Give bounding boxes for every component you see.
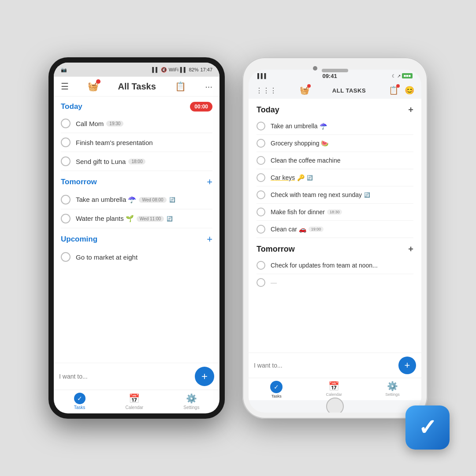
settings-icon: ⚙️ (186, 393, 197, 404)
ios-clipboard-icon[interactable]: 📋 (389, 86, 398, 95)
ios-tab-settings-label: Settings (385, 392, 400, 397)
android-section-tomorrow: Tomorrow + (54, 171, 219, 190)
repeat-icon: 🔄 (307, 175, 313, 181)
ios-tomorrow-label: Tomorrow (257, 245, 295, 254)
ios-app-header: ⋮⋮⋮ 🧺 ALL TASKS 📋 😊 (249, 82, 421, 99)
android-task-umbrella[interactable]: Take an umbrella ☂️ Wed 08:00 🔄 (54, 190, 219, 209)
task-time-tag: 18:00 (128, 159, 145, 164)
ios-content: Today + Take an umbrella ☂️ Grocery shop… (249, 99, 421, 353)
android-status-right: ▌▌ 🔇 WiFi ▌▌ 82% 17:47 (152, 67, 212, 73)
ios-status-right: ☾ ↗ ■■■ (392, 73, 413, 78)
ios-task-checkbox[interactable] (257, 190, 265, 199)
scene: 📷 ▌▌ 🔇 WiFi ▌▌ 82% 17:47 ☰ 🧺 All Tasks (0, 0, 476, 476)
android-task-plants[interactable]: Water the plants 🌱 Wed 11:00 🔄 (54, 209, 219, 228)
ios-basket-icon[interactable]: 🧺 (300, 86, 309, 95)
android-timer[interactable]: 00:00 (190, 102, 212, 112)
ios-task-label: Make fish for dinner 18:30 (271, 208, 413, 216)
ios-home-bar (249, 400, 421, 413)
task-checkbox[interactable] (61, 195, 71, 205)
ios-task-checkbox[interactable] (257, 122, 265, 130)
task-checkbox[interactable] (61, 252, 71, 262)
ios-tab-tasks[interactable]: ✓ Tasks (270, 381, 283, 398)
ios-tab-calendar[interactable]: 📅 Calendar (326, 381, 342, 398)
android-menu-icon[interactable]: ☰ (61, 81, 69, 92)
ios-add-button[interactable]: + (398, 357, 416, 374)
ios-task-label: Check for updates from team at noon... (271, 262, 413, 269)
ios-home-button[interactable] (326, 398, 344, 413)
task-label: Send gift to Luna 18:00 (76, 158, 212, 165)
ios-tab-bar: ✓ Tasks 📅 Calendar ⚙️ Settings (249, 378, 421, 400)
android-clipboard-icon[interactable]: 📋 (175, 81, 186, 92)
android-upcoming-label: Upcoming (61, 235, 97, 244)
android-task-gift[interactable]: Send gift to Luna 18:00 (54, 152, 219, 171)
android-upcoming-plus[interactable]: + (207, 234, 212, 245)
calendar-icon: 📅 (129, 393, 140, 404)
ios-task-checkbox[interactable] (257, 156, 265, 165)
android-task-call-mom[interactable]: Call Mom 19:30 (54, 114, 219, 133)
ios-calendar-icon: 📅 (328, 381, 339, 391)
android-more-icon[interactable]: ··· (205, 82, 212, 92)
task-label: Go to market at eight (76, 253, 212, 261)
ios-tomorrow-plus[interactable]: + (408, 244, 413, 254)
ios-task-input[interactable] (254, 362, 394, 369)
ios-task-label: Take an umbrella ☂️ (271, 123, 413, 130)
android-time: 17:47 (200, 67, 212, 72)
ios-section-today: Today + (249, 99, 421, 118)
ios-task-checkbox[interactable] (257, 173, 265, 182)
ios-basket-badge (307, 84, 311, 88)
ios-header-icons: 📋 😊 (389, 86, 414, 95)
android-tomorrow-plus[interactable]: + (207, 176, 212, 188)
ios-today-plus[interactable]: + (408, 105, 413, 115)
task-label: Take an umbrella ☂️ Wed 08:00 🔄 (76, 196, 212, 204)
android-app-header: ☰ 🧺 All Tasks 📋 ··· (54, 77, 219, 97)
task-time-tag: 19:30 (106, 121, 123, 126)
android-tab-settings-label: Settings (183, 405, 199, 410)
ios-task-partial[interactable]: — (249, 274, 421, 291)
ios-task-label: Clean car 🚗 19:00 (271, 226, 413, 233)
android-basket-icon[interactable]: 🧺 (88, 81, 99, 92)
ios-task-fish[interactable]: Make fish for dinner 18:30 (249, 204, 421, 220)
ios-task-checkbox[interactable] (257, 139, 265, 148)
ios-input-bar: + (249, 353, 421, 378)
ios-task-checkbox[interactable] (257, 208, 265, 216)
ios-task-coffee[interactable]: Clean the coffee machine (249, 152, 421, 169)
ios-task-checkbox[interactable] (257, 278, 265, 287)
task-time-tag: Wed 11:00 (137, 216, 164, 222)
ios-tab-calendar-label: Calendar (326, 392, 342, 397)
ios-task-umbrella[interactable]: Take an umbrella ☂️ (249, 118, 421, 134)
ios-task-team-check[interactable]: Check with team reg next sunday 🔄 (249, 186, 421, 203)
ios-task-time-tag: 19:00 (309, 227, 324, 232)
ios-grid-icon[interactable]: ⋮⋮⋮ (256, 86, 277, 95)
task-checkbox[interactable] (61, 138, 71, 147)
ios-face-icon[interactable]: 😊 (405, 86, 414, 95)
ios-task-label: Clean the coffee machine (271, 157, 413, 164)
android-tab-tasks-label: Tasks (74, 405, 86, 410)
ios-camera (313, 66, 317, 71)
basket-badge (96, 79, 100, 84)
ios-task-carkeys[interactable]: Car keys 🔑 🔄 (249, 169, 421, 186)
ios-tab-settings[interactable]: ⚙️ Settings (385, 381, 400, 398)
android-task-presentation[interactable]: Finish team's presentation (54, 133, 219, 152)
task-checkbox[interactable] (61, 214, 71, 223)
ios-task-updates[interactable]: Check for updates from team at noon... (249, 257, 421, 274)
android-status-bar: 📷 ▌▌ 🔇 WiFi ▌▌ 82% 17:47 (54, 63, 219, 77)
ios-task-checkbox[interactable] (257, 261, 265, 270)
repeat-icon: 🔄 (167, 216, 173, 222)
android-task-input[interactable] (59, 373, 190, 380)
task-checkbox[interactable] (61, 119, 71, 128)
ios-header-title: ALL TASKS (332, 87, 366, 94)
ios-task-grocery[interactable]: Grocery shopping 🍉 (249, 135, 421, 152)
ios-task-checkbox[interactable] (257, 225, 265, 234)
task-label: Call Mom 19:30 (76, 120, 212, 127)
android-input-bar: + (54, 363, 219, 390)
android-task-market[interactable]: Go to market at eight (54, 248, 219, 266)
android-tab-settings[interactable]: ⚙️ Settings (183, 393, 199, 410)
android-add-button[interactable]: + (195, 367, 214, 386)
ios-task-cleancar[interactable]: Clean car 🚗 19:00 (249, 221, 421, 238)
ios-screen: ▌▌▌ 09:41 ☾ ↗ ■■■ ⋮⋮⋮ 🧺 ALL TASKS (249, 70, 421, 413)
task-checkbox[interactable] (61, 156, 71, 166)
android-tab-calendar[interactable]: 📅 Calendar (126, 393, 144, 410)
ios-tasks-check-icon: ✓ (270, 381, 283, 393)
android-tomorrow-label: Tomorrow (61, 178, 97, 186)
android-tab-tasks[interactable]: ✓ Tasks (74, 393, 86, 410)
